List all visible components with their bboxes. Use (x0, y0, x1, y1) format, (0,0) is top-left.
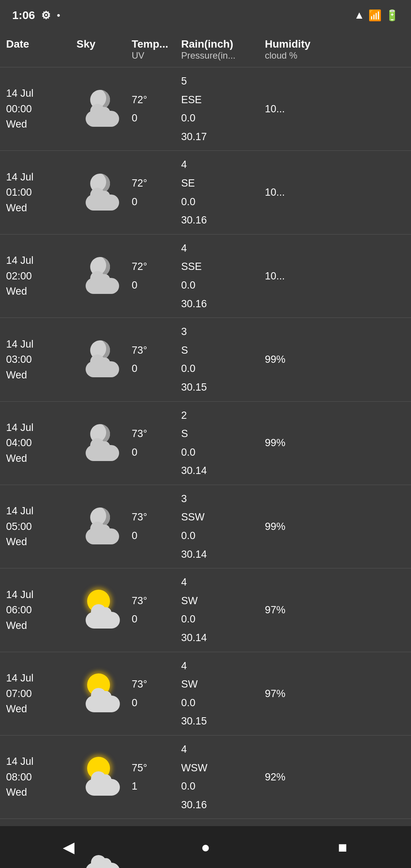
wind-direction: SSE (181, 257, 265, 276)
rain-amount: 3 (181, 322, 265, 341)
rain-amount: 4 (181, 155, 265, 174)
wifi-icon: ▲ (354, 9, 365, 21)
night-cloudy-icon (83, 172, 125, 214)
temperature: 72° (132, 174, 181, 193)
precipitation: 0.0 (181, 443, 265, 462)
row-date: 14 Jul07:00Wed (6, 670, 76, 717)
table-row: 14 Jul00:00Wed 72° 0 5 ESE 0.0 30.17 10.… (0, 67, 411, 151)
table-row: 14 Jul07:00Wed 73° 0 4 SW 0.0 30.15 97% (0, 652, 411, 736)
temperature: 75° (132, 759, 181, 777)
pressure: 30.16 (181, 796, 265, 814)
back-button[interactable]: ◀ (53, 832, 84, 862)
rain-amount: 4 (181, 657, 265, 675)
humidity: 92% (265, 768, 405, 787)
recent-apps-button[interactable]: ■ (327, 832, 358, 862)
home-button[interactable]: ● (190, 832, 221, 862)
uv-index: 0 (132, 443, 181, 462)
row-rain-pressure: 4 SW 0.0 30.15 (181, 657, 265, 731)
precipitation: 0.0 (181, 527, 265, 545)
row-temp-uv: 73° 0 (132, 592, 181, 629)
row-rain-pressure: 2 S 0.0 30.14 (181, 406, 265, 480)
header-date: Date (6, 38, 76, 50)
status-bar: 1:06 ⚙ ● ▲ 📶 🔋 (0, 0, 411, 30)
wind-direction: S (181, 424, 265, 443)
wind-direction: ESE (181, 91, 265, 109)
row-humidity-cloud: 99% (265, 350, 405, 369)
humidity: 99% (265, 517, 405, 536)
precipitation: 0.0 (181, 109, 265, 128)
header-humidity-cloud: Humidity cloud % (265, 38, 405, 61)
temperature: 73° (132, 592, 181, 610)
row-rain-pressure: 3 SSW 0.0 30.14 (181, 490, 265, 563)
row-humidity-cloud: 99% (265, 517, 405, 536)
humidity: 97% (265, 601, 405, 619)
pressure: 30.15 (181, 378, 265, 397)
row-humidity-cloud: 10... (265, 183, 405, 202)
humidity: 99% (265, 434, 405, 452)
weather-table: 14 Jul00:00Wed 72° 0 5 ESE 0.0 30.17 10.… (0, 67, 411, 868)
precipitation: 0.0 (181, 694, 265, 712)
temperature: 73° (132, 508, 181, 527)
header-sky: Sky (76, 38, 132, 50)
row-date: 14 Jul02:00Wed (6, 253, 76, 299)
table-header: Date Sky Temp... UV Rain(inch) Pressure(… (0, 30, 411, 67)
table-row: 14 Jul02:00Wed 72° 0 4 SSE 0.0 30.16 10.… (0, 235, 411, 318)
wind-direction: S (181, 341, 265, 360)
status-icons-area: ▲ 📶 🔋 (354, 9, 399, 22)
row-rain-pressure: 3 S 0.0 30.15 (181, 322, 265, 396)
rain-amount: 2 (181, 406, 265, 425)
precipitation: 0.0 (181, 359, 265, 378)
night-cloudy-icon (83, 338, 125, 380)
battery-icon: 🔋 (386, 9, 399, 22)
row-sky-icon (76, 255, 132, 297)
status-time-area: 1:06 ⚙ ● (12, 9, 61, 22)
row-humidity-cloud: 97% (265, 685, 405, 703)
header-temp-uv: Temp... UV (132, 38, 181, 61)
wind-direction: SE (181, 174, 265, 193)
uv-index: 0 (132, 610, 181, 629)
temperature: 72° (132, 91, 181, 109)
time-display: 1:06 (12, 9, 35, 22)
day-cloudy-icon (83, 589, 125, 631)
uv-index: 0 (132, 359, 181, 378)
row-sky-icon (76, 338, 132, 380)
row-humidity-cloud: 99% (265, 434, 405, 452)
precipitation: 0.0 (181, 777, 265, 796)
row-rain-pressure: 5 ESE 0.0 30.17 (181, 72, 265, 146)
table-row: 14 Jul01:00Wed 72° 0 4 SE 0.0 30.16 10..… (0, 151, 411, 234)
table-row: 14 Jul08:00Wed 75° 1 4 WSW 0.0 30.16 92% (0, 736, 411, 819)
humidity: 99% (265, 350, 405, 369)
pressure: 30.14 (181, 461, 265, 480)
night-cloudy-icon (83, 88, 125, 130)
row-temp-uv: 72° 0 (132, 174, 181, 211)
rain-amount: 5 (181, 72, 265, 91)
row-temp-uv: 75° 1 (132, 759, 181, 796)
row-temp-uv: 73° 0 (132, 341, 181, 378)
wind-direction: SW (181, 675, 265, 694)
row-humidity-cloud: 97% (265, 601, 405, 619)
table-row: 14 Jul05:00Wed 73° 0 3 SSW 0.0 30.14 99% (0, 485, 411, 568)
row-temp-uv: 73° 0 (132, 675, 181, 712)
table-row: 14 Jul06:00Wed 73° 0 4 SW 0.0 30.14 97% (0, 568, 411, 652)
humidity: 10... (265, 183, 405, 202)
rain-amount: 4 (181, 239, 265, 258)
row-rain-pressure: 4 SE 0.0 30.16 (181, 155, 265, 229)
uv-index: 0 (132, 276, 181, 295)
uv-index: 0 (132, 694, 181, 712)
signal-icon: 📶 (368, 9, 382, 22)
header-rain-pressure: Rain(inch) Pressure(in... (181, 38, 265, 61)
wind-direction: WSW (181, 759, 265, 777)
wind-direction: SW (181, 592, 265, 610)
row-sky-icon (76, 756, 132, 798)
rain-amount: 4 (181, 573, 265, 592)
pressure: 30.14 (181, 545, 265, 564)
row-sky-icon (76, 673, 132, 715)
uv-index: 0 (132, 109, 181, 128)
precipitation: 0.0 (181, 193, 265, 211)
table-row: 14 Jul03:00Wed 73° 0 3 S 0.0 30.15 99% (0, 318, 411, 401)
row-temp-uv: 72° 0 (132, 257, 181, 294)
day-cloudy-icon (83, 673, 125, 715)
row-sky-icon (76, 589, 132, 631)
wind-direction: SSW (181, 508, 265, 527)
row-humidity-cloud: 10... (265, 100, 405, 118)
